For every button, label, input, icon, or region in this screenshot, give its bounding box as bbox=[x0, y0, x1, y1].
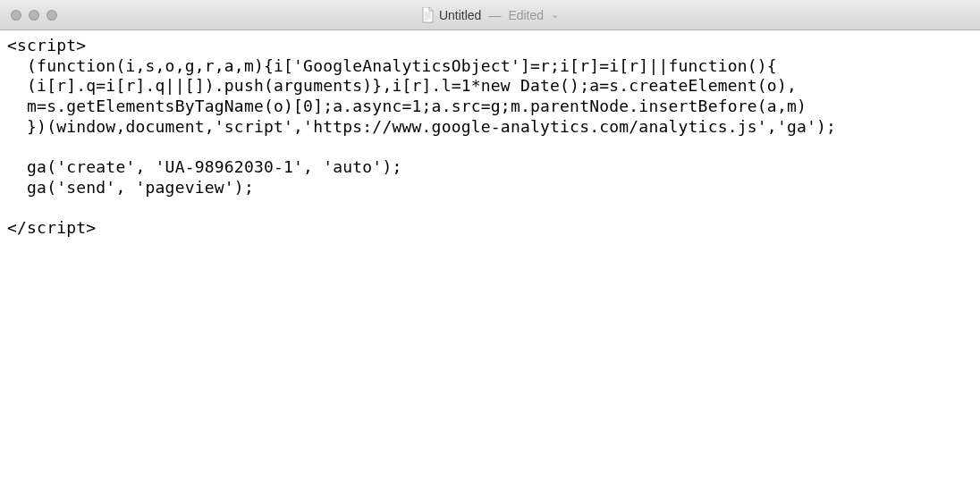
title-center[interactable]: Untitled — Edited ⌄ bbox=[421, 7, 559, 23]
traffic-lights bbox=[11, 10, 57, 21]
chevron-down-icon: ⌄ bbox=[551, 9, 559, 21]
window-title-edited: Edited bbox=[508, 8, 544, 22]
minimize-button[interactable] bbox=[29, 10, 39, 21]
close-button[interactable] bbox=[11, 10, 21, 21]
document-icon bbox=[421, 7, 434, 23]
window-title-dash: — bbox=[488, 8, 501, 22]
window-title-name: Untitled bbox=[439, 8, 481, 22]
text-editor-content[interactable]: <script> (function(i,s,o,g,r,a,m){i['Goo… bbox=[0, 30, 980, 246]
titlebar: Untitled — Edited ⌄ bbox=[0, 0, 980, 30]
zoom-button[interactable] bbox=[46, 10, 57, 21]
